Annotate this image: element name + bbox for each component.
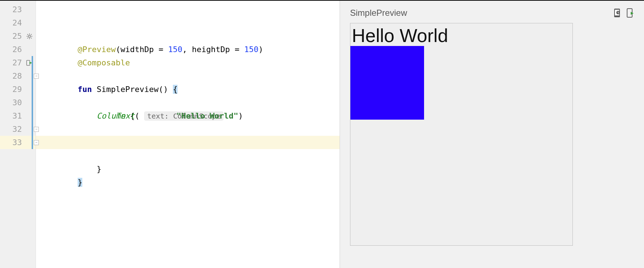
preview-blue-box <box>350 46 424 120</box>
code-editor-pane: 2324252627282930313233 @Preview(widthDp … <box>0 1 340 268</box>
brace-close-selected: } <box>78 178 82 187</box>
compose-preview-pane: SimplePreview <box>340 1 644 268</box>
app-root: 2324252627282930313233 @Preview(widthDp … <box>0 0 644 268</box>
gutter-line-27[interactable]: 27 <box>0 56 36 69</box>
fold-toggle-icon[interactable]: − <box>34 127 39 132</box>
svg-line-8 <box>27 38 28 38</box>
change-marker <box>32 123 33 136</box>
code-line-26[interactable]: @Composable <box>36 43 340 56</box>
code-line-27[interactable]: fun SimplePreview() { <box>36 56 340 69</box>
svg-line-7 <box>31 34 32 35</box>
code-line-24[interactable] <box>36 16 340 29</box>
fold-toggle-icon[interactable]: − <box>34 74 39 79</box>
line-number: 31 <box>10 109 22 123</box>
gutter-spacer <box>26 20 33 26</box>
code-line-32[interactable]: − } <box>36 123 340 136</box>
gutter-line-26[interactable]: 26 <box>0 43 36 56</box>
code-line-25[interactable]: @Preview(widthDp = 150, heightDp = 150) <box>36 29 340 43</box>
code-line-23[interactable] <box>36 3 340 16</box>
line-number: 30 <box>10 96 22 109</box>
deploy-preview-icon[interactable] <box>626 8 634 18</box>
code-line-30[interactable] <box>36 96 340 109</box>
gutter-line-24[interactable]: 24 <box>0 16 36 29</box>
gear-icon[interactable] <box>26 33 33 40</box>
line-number: 26 <box>10 43 22 56</box>
interactive-preview-icon[interactable] <box>613 8 621 18</box>
preview-title: SimplePreview <box>350 8 407 18</box>
change-marker <box>32 83 33 96</box>
gutter-line-31[interactable]: 31 <box>0 109 36 123</box>
change-marker <box>32 136 33 149</box>
gutter-line-23[interactable]: 23 <box>0 3 36 16</box>
fold-toggle-icon[interactable]: − <box>34 140 39 145</box>
preview-text-hello-world: Hello World <box>350 23 572 46</box>
line-number: 27 <box>10 56 22 69</box>
brace-close: } <box>97 165 101 174</box>
line-number: 24 <box>10 16 22 29</box>
gutter-line-33[interactable]: 33 <box>0 136 36 149</box>
svg-point-0 <box>28 35 31 37</box>
svg-line-6 <box>31 38 32 38</box>
preview-canvas[interactable]: Hello World <box>350 23 573 246</box>
gutter-spacer <box>26 46 33 53</box>
gutter-line-28[interactable]: 28 <box>0 69 36 83</box>
gutter-line-29[interactable]: 29 <box>0 83 36 96</box>
gutter-line-30[interactable]: 30 <box>0 96 36 109</box>
code-line-29[interactable]: Text( text: "Hello World") <box>36 83 340 96</box>
svg-line-5 <box>27 34 28 35</box>
code-line-33[interactable]: − } <box>36 136 340 149</box>
line-number: 28 <box>10 69 22 83</box>
gutter-line-25[interactable]: 25 <box>0 29 36 43</box>
line-number: 29 <box>10 83 22 96</box>
change-marker <box>32 96 33 109</box>
editor-body[interactable]: @Preview(widthDp = 150, heightDp = 150) … <box>36 1 340 268</box>
line-number: 33 <box>10 136 22 149</box>
change-marker <box>32 69 33 83</box>
svg-rect-9 <box>27 60 30 65</box>
change-marker <box>32 56 33 69</box>
indent <box>78 165 97 174</box>
change-marker <box>32 109 33 123</box>
line-number: 23 <box>10 3 22 16</box>
code-line-28[interactable]: − Column { this: ColumnScope <box>36 69 340 83</box>
gutter-spacer <box>26 6 33 13</box>
editor-gutter[interactable]: 2324252627282930313233 <box>0 1 36 268</box>
code-line-31[interactable]: Box(Modifier.background(Color.Blue).size… <box>36 109 340 123</box>
line-number: 25 <box>10 29 22 43</box>
line-number: 32 <box>10 123 22 136</box>
gutter-line-32[interactable]: 32 <box>0 123 36 136</box>
preview-header: SimplePreview <box>350 8 634 18</box>
